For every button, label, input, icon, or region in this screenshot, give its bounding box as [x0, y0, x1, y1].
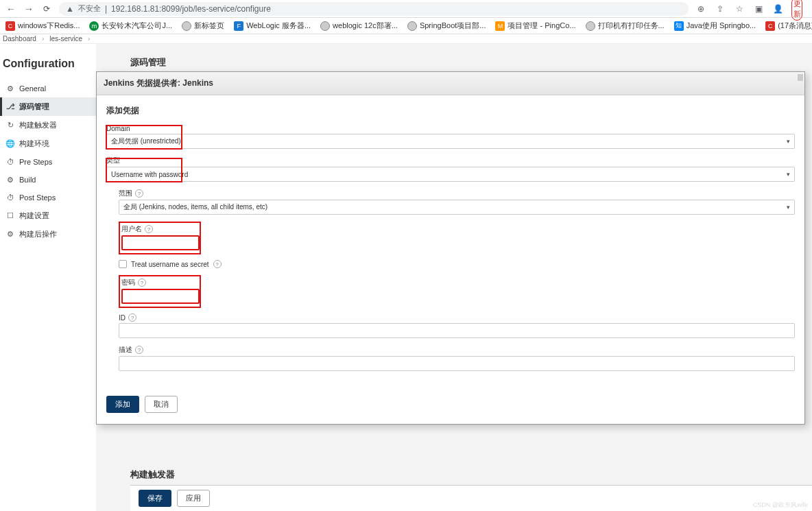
sidebar-item-构建设置[interactable]: ☐构建设置 [0, 206, 96, 225]
sidebar-item-label: Post Steps [19, 193, 56, 202]
bookmark-label: 打印机有打印任务... [598, 21, 665, 31]
browser-actions: ⊕ ⇪ ☆ ▣ 👤 更新 [695, 0, 807, 21]
bookmark-item[interactable]: 知Java使用 Springbo... [674, 21, 756, 31]
chevron-down-icon: ▾ [787, 204, 790, 211]
sidebar-item-build[interactable]: ⚙Build [0, 171, 96, 189]
panel-icon[interactable]: ▣ [753, 4, 764, 14]
page-title: Configuration [0, 58, 96, 80]
id-label: ID? [119, 313, 795, 322]
save-bar: 保存 应用 [130, 485, 812, 511]
bookmark-label: (17条消息) webso... [778, 21, 812, 31]
bookmark-label: WebLogic 服务器... [246, 21, 311, 31]
sidebar-item-label: Pre Steps [19, 158, 52, 166]
highlight-box: 用户名? [119, 222, 201, 254]
bookmark-item[interactable]: FWebLogic 服务器... [234, 21, 311, 31]
password-field[interactable] [121, 289, 200, 304]
kind-select[interactable]: Username with password ▾ [106, 167, 795, 182]
add-button[interactable]: 添加 [106, 396, 139, 413]
desc-block: 描述? [119, 345, 795, 371]
breadcrumb-item[interactable]: les-service [49, 35, 82, 43]
sidebar-icon: ⚙ [5, 84, 15, 93]
bookmark-label: windows下Redis... [18, 21, 80, 31]
bookmark-item[interactable]: 打印机有打印任务... [586, 21, 665, 31]
help-icon[interactable]: ? [213, 260, 222, 268]
bookmark-icon: C [765, 21, 775, 31]
bookmark-label: weblogic 12c部署... [333, 21, 398, 31]
sidebar-item-post-steps[interactable]: ⏱Post Steps [0, 189, 96, 206]
bookmark-item[interactable]: C(17条消息) webso... [765, 21, 812, 31]
chevron-down-icon: ▾ [787, 138, 790, 145]
id-block: ID? [119, 313, 795, 338]
password-label: 密码? [121, 278, 198, 287]
modal-title-bar: Jenkins 凭据提供者: Jenkins [97, 72, 804, 95]
id-field[interactable] [119, 323, 795, 338]
sidebar-item-构建环境[interactable]: 🌐构建环境 [0, 134, 96, 153]
help-icon[interactable]: ? [128, 313, 136, 322]
help-icon[interactable]: ? [145, 225, 153, 233]
modal-body: 添加凭据 Domain 全局凭据 (unrestricted) ▾ 类型 Use… [97, 95, 804, 392]
bookmark-item[interactable]: SpringBoot项目部... [407, 21, 486, 31]
sidebar-icon: ⚙ [5, 230, 15, 239]
bookmark-item[interactable]: Cwindows下Redis... [5, 21, 80, 31]
reload-icon[interactable]: ⟳ [41, 3, 52, 14]
sidebar-item-构建后操作[interactable]: ⚙构建后操作 [0, 225, 96, 243]
trigger-heading: 构建触发器 [130, 468, 812, 481]
url-bar[interactable]: ▲ 不安全 | 192.168.1.81:8099/job/les-servic… [59, 2, 689, 16]
bookmark-item[interactable]: M项目管理 - PingCo... [495, 21, 575, 31]
desc-label: 描述? [119, 345, 795, 355]
sidebar-item-pre-steps[interactable]: ⏱Pre Steps [0, 153, 96, 171]
bookmark-icon [586, 21, 595, 31]
bookmark-icon: m [89, 21, 99, 31]
bookmark-icon [320, 21, 330, 31]
bookmark-icon: M [495, 21, 505, 31]
help-icon[interactable]: ? [135, 346, 143, 354]
password-field-full[interactable] [119, 292, 795, 307]
modal-footer: 添加 取消 [97, 392, 804, 424]
bookmark-icon: 知 [674, 21, 684, 31]
breadcrumb-item[interactable]: Dashboard [3, 35, 36, 43]
section-heading: 源码管理 [130, 56, 798, 69]
username-field-full[interactable] [119, 238, 795, 253]
save-button[interactable]: 保存 [139, 490, 171, 507]
insecure-label: 不安全 [78, 3, 101, 14]
forward-icon[interactable]: → [23, 3, 34, 14]
checkbox-icon [119, 260, 127, 268]
sidebar-item-构建触发器[interactable]: ↻构建触发器 [0, 116, 96, 134]
zoom-icon[interactable]: ⊕ [695, 4, 706, 14]
sidebar-item-general[interactable]: ⚙General [0, 80, 96, 97]
breadcrumb-sep: › [88, 35, 90, 43]
page: Configuration ⚙General⎇源码管理↻构建触发器🌐构建环境⏱P… [0, 44, 812, 511]
sidebar-item-label: 构建触发器 [19, 120, 57, 130]
back-icon[interactable]: ← [5, 3, 16, 14]
sidebar-item-label: 构建后操作 [19, 229, 57, 239]
profile-icon[interactable]: 👤 [772, 4, 783, 14]
username-block: 用户名? [119, 222, 795, 253]
scope-select[interactable]: 全局 (Jenkins, nodes, items, all child ite… [119, 200, 795, 215]
username-label: 用户名? [121, 224, 198, 234]
treat-secret-checkbox[interactable]: Treat username as secret ? [119, 260, 795, 268]
star-icon[interactable]: ☆ [734, 4, 745, 14]
watermark: CSDN @欧东风wife [753, 501, 808, 510]
sidebar-item-源码管理[interactable]: ⎇源码管理 [0, 97, 96, 116]
apply-button[interactable]: 应用 [177, 490, 210, 507]
treat-secret-label: Treat username as secret [131, 261, 209, 268]
update-button[interactable]: 更新 [791, 0, 802, 21]
desc-field[interactable] [119, 356, 795, 371]
username-field[interactable] [121, 235, 200, 250]
url-text: 192.168.1.81:8099/job/les-service/config… [111, 4, 271, 14]
help-icon[interactable]: ? [135, 189, 143, 198]
domain-select[interactable]: 全局凭据 (unrestricted) ▾ [106, 134, 795, 149]
sidebar-icon: ↻ [5, 121, 15, 130]
modal-subtitle: 添加凭据 [106, 105, 795, 117]
sidebar: Configuration ⚙General⎇源码管理↻构建触发器🌐构建环境⏱P… [0, 44, 96, 511]
share-icon[interactable]: ⇪ [715, 4, 726, 14]
bookmark-item[interactable]: m长安铃木汽车公司J... [89, 21, 172, 31]
sidebar-item-label: 源码管理 [19, 102, 49, 112]
help-icon[interactable]: ? [138, 278, 146, 287]
cancel-button[interactable]: 取消 [145, 396, 178, 413]
bookmark-label: SpringBoot项目部... [420, 21, 486, 31]
bookmark-item[interactable]: 新标签页 [182, 21, 224, 31]
scrollbar-thumb[interactable] [798, 74, 803, 81]
bookmark-label: 长安铃木汽车公司J... [102, 21, 172, 31]
bookmark-item[interactable]: weblogic 12c部署... [320, 21, 398, 31]
